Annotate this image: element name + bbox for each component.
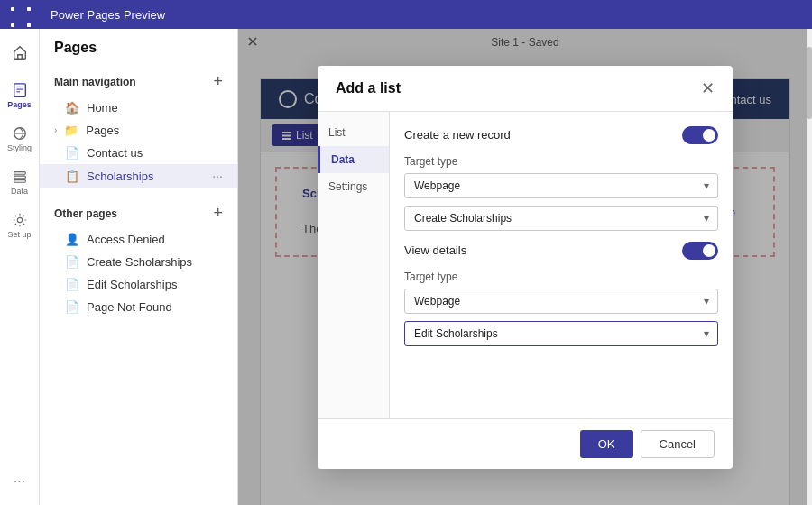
add-other-pages-btn[interactable]: + (213, 204, 223, 223)
sidebar-setup-btn[interactable]: Set up (2, 206, 38, 245)
modal-footer: OK Cancel (318, 418, 733, 469)
sidebar-data-btn[interactable]: Data (2, 162, 38, 202)
view-details-toggle[interactable] (682, 242, 718, 260)
sidebar-styling-btn[interactable]: Styling (2, 119, 38, 159)
app-title: Power Pages Preview (51, 8, 165, 22)
file-icon: 📄 (65, 146, 79, 160)
modal-tab-list[interactable]: List (318, 119, 389, 146)
notfound-file-icon: 📄 (65, 300, 79, 314)
modal-title: Add a list (336, 80, 401, 96)
target-type-1-wrapper: Webpage (404, 173, 718, 198)
modal-body: List Data Settings Create a new re (318, 112, 733, 418)
create-new-record-label: Create a new record (404, 128, 511, 142)
target-type-1-select[interactable]: Webpage (404, 173, 718, 198)
sidebar-icons: Pages Styling Data Set up (0, 29, 40, 505)
file-special-icon: 📋 (65, 170, 79, 183)
main-navigation-label: Main navigation (54, 76, 136, 88)
nav-pages-label: Pages (86, 124, 119, 137)
modal-tabs: List Data Settings (318, 112, 390, 418)
person-icon: 👤 (65, 233, 79, 246)
add-main-nav-btn[interactable]: + (213, 72, 223, 91)
create-new-record-row: Create a new record (404, 126, 718, 144)
nav-pages[interactable]: › 📁 Pages (40, 119, 237, 142)
view-details-label: View details (404, 243, 466, 257)
nav-scholarships[interactable]: 📋 Scholarships ··· (40, 164, 237, 188)
target-type-2-label: Target type (404, 271, 718, 283)
nav-access-denied[interactable]: 👤 Access Denied (40, 228, 237, 251)
add-list-modal: Add a list ✕ List Data Settings (318, 66, 733, 469)
panel-title: Pages (40, 40, 237, 67)
sidebar-more-btn[interactable]: ... (2, 458, 38, 498)
target-type-1-label: Target type (404, 155, 718, 168)
modal-tab-content: Create a new record Target type Webpage … (390, 112, 733, 418)
other-pages-header: Other pages + (40, 198, 237, 228)
svg-rect-7 (14, 176, 25, 179)
create-new-record-toggle[interactable] (682, 126, 718, 144)
nav-edit-scholarships-label: Edit Scholarships (87, 278, 177, 291)
modal-tab-data[interactable]: Data (318, 146, 389, 173)
target-type-2-wrapper: Webpage (404, 289, 718, 314)
nav-home-label: Home (87, 101, 118, 115)
svg-rect-0 (14, 84, 25, 96)
scholarships-more-btn[interactable]: ··· (212, 169, 223, 183)
main-layout: Pages Styling Data Set up (0, 29, 812, 505)
edit-scholarships-select[interactable]: Edit Scholarships (404, 321, 718, 346)
nav-create-scholarships-label: Create Scholarships (87, 255, 192, 269)
create-scholarships-wrapper: Create Scholarships (404, 206, 718, 231)
nav-create-scholarships[interactable]: 📄 Create Scholarships (40, 251, 237, 273)
nav-page-not-found[interactable]: 📄 Page Not Found (40, 296, 237, 318)
edit-file-icon: 📄 (65, 278, 79, 291)
create-file-icon: 📄 (65, 255, 79, 269)
create-scholarships-select[interactable]: Create Scholarships (404, 206, 718, 231)
modal-ok-btn[interactable]: OK (580, 430, 633, 458)
nav-access-denied-label: Access Denied (87, 233, 165, 246)
pages-label: Pages (7, 100, 32, 109)
nav-page-not-found-label: Page Not Found (87, 300, 172, 314)
more-dots: ... (14, 470, 25, 486)
nav-edit-scholarships[interactable]: 📄 Edit Scholarships (40, 273, 237, 296)
svg-point-9 (17, 217, 22, 222)
nav-scholarships-label: Scholarships (87, 170, 153, 183)
house-icon: 🏠 (65, 101, 79, 115)
view-details-row: View details (404, 242, 718, 260)
nav-home[interactable]: 🏠 Home (40, 96, 237, 119)
setup-label: Set up (7, 230, 31, 239)
main-navigation-header: Main navigation + (40, 67, 237, 96)
modal-close-btn[interactable]: ✕ (701, 80, 715, 96)
svg-rect-6 (14, 172, 25, 175)
svg-rect-8 (14, 180, 25, 183)
nav-contact-label: Contact us (87, 146, 143, 160)
target-type-2-select[interactable]: Webpage (404, 289, 718, 314)
edit-scholarships-wrapper: Edit Scholarships (404, 321, 718, 346)
other-pages-label: Other pages (54, 207, 117, 220)
folder-icon: 📁 (64, 124, 78, 137)
top-bar: Power Pages Preview (0, 0, 812, 29)
modal-overlay: Add a list ✕ List Data Settings (238, 29, 812, 505)
sidebar-pages-btn[interactable]: Pages (2, 76, 38, 115)
home-icon-btn[interactable] (2, 36, 38, 69)
nav-contact[interactable]: 📄 Contact us (40, 142, 237, 164)
modal-tab-settings[interactable]: Settings (318, 173, 389, 200)
content-area: Site 1 - Saved Company name Home | Pages… (238, 29, 812, 505)
modal-cancel-btn[interactable]: Cancel (641, 430, 715, 458)
pages-panel: Pages Main navigation + 🏠 Home › 📁 Pages… (40, 29, 238, 505)
data-label: Data (11, 187, 28, 196)
chevron-icon: › (54, 125, 57, 135)
modal-header: Add a list ✕ (318, 66, 733, 112)
styling-label: Styling (7, 143, 32, 152)
